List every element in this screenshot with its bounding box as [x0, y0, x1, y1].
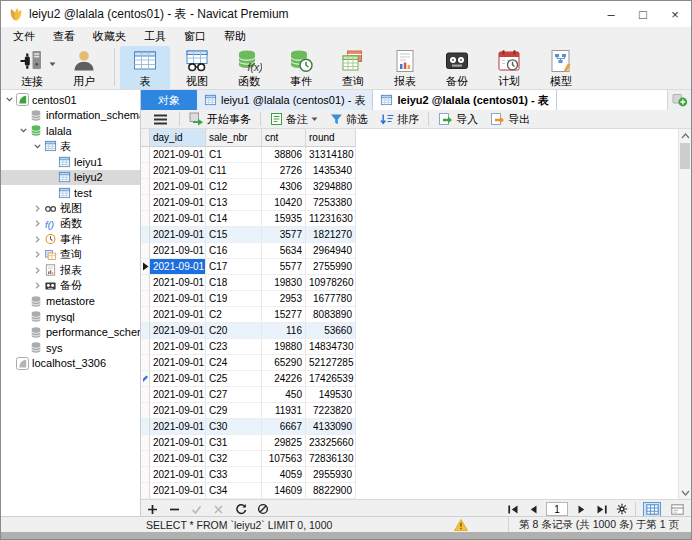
menu-file[interactable]: 文件	[4, 27, 44, 45]
cell-cnt[interactable]: 38806	[262, 147, 306, 163]
sort-button[interactable]: 排序	[374, 111, 425, 128]
cell-day_id[interactable]: 2021-09-01	[150, 291, 206, 307]
menu-favorites[interactable]: 收藏夹	[84, 27, 135, 45]
table-row[interactable]: 2021-09-01C3210756372836130	[141, 451, 691, 467]
cell-round[interactable]: 53660	[306, 323, 356, 339]
cell-day_id[interactable]: 2021-09-01	[150, 467, 206, 483]
table-row[interactable]: 2021-09-01C2152778083890	[141, 307, 691, 323]
tree-item-mysql[interactable]: mysql	[1, 309, 140, 325]
cell-round[interactable]: 149530	[306, 387, 356, 403]
scroll-up-button[interactable]	[679, 129, 691, 142]
cell-round[interactable]: 7253380	[306, 195, 356, 211]
column-header-day_id[interactable]: day_id	[150, 129, 206, 147]
cell-sale_nbr[interactable]: C13	[206, 195, 262, 211]
table-row[interactable]: 2021-09-01C29119317223820	[141, 403, 691, 419]
table-row[interactable]: 2021-09-01C246529052127285	[141, 355, 691, 371]
tree-item-lalala[interactable]: lalala	[1, 123, 140, 139]
cell-round[interactable]: 2955930	[306, 467, 356, 483]
cell-sale_nbr[interactable]: C20	[206, 323, 262, 339]
cell-cnt[interactable]: 15935	[262, 211, 306, 227]
import-button[interactable]: 导入	[432, 111, 484, 128]
tab-leiyu1-tab[interactable]: leiyu1 @lalala (centos01) - 表	[197, 90, 373, 110]
cell-cnt[interactable]: 3577	[262, 227, 306, 243]
cell-day_id[interactable]: 2021-09-01	[150, 259, 206, 275]
begin-transaction-button[interactable]: 开始事务	[183, 111, 257, 128]
chevron-down-icon[interactable]	[31, 142, 43, 151]
first-page-button[interactable]	[506, 503, 519, 516]
cell-sale_nbr[interactable]: C29	[206, 403, 262, 419]
cell-sale_nbr[interactable]: C23	[206, 339, 262, 355]
warning-icon[interactable]	[454, 519, 468, 531]
table-row[interactable]: 2021-09-01C3340592955930	[141, 467, 691, 483]
cell-sale_nbr[interactable]: C2	[206, 307, 262, 323]
cell-round[interactable]: 31314180	[306, 147, 356, 163]
menu-window[interactable]: 窗口	[175, 27, 215, 45]
cell-day_id[interactable]: 2021-09-01	[150, 179, 206, 195]
table-row[interactable]: 2021-09-01C1656342964940	[141, 243, 691, 259]
tree-item-test[interactable]: test	[1, 185, 140, 201]
cell-sale_nbr[interactable]: C27	[206, 387, 262, 403]
stop-button[interactable]	[256, 503, 269, 516]
cell-round[interactable]: 7223820	[306, 403, 356, 419]
cell-round[interactable]: 72836130	[306, 451, 356, 467]
cell-cnt[interactable]: 11931	[262, 403, 306, 419]
cell-round[interactable]: 1677780	[306, 291, 356, 307]
add-record-button[interactable]	[146, 503, 159, 516]
note-button[interactable]: 备注	[264, 111, 324, 128]
table-row[interactable]: 2021-09-01C252422617426539	[141, 371, 691, 387]
cell-round[interactable]: 2964940	[306, 243, 356, 259]
cell-sale_nbr[interactable]: C14	[206, 211, 262, 227]
table-row[interactable]: 2021-09-01C181983010978260	[141, 275, 691, 291]
cell-cnt[interactable]: 19830	[262, 275, 306, 291]
grid-menu-button[interactable]	[145, 111, 176, 128]
table-row[interactable]: 2021-09-01C2011653660	[141, 323, 691, 339]
minimize-button[interactable]: –	[595, 1, 627, 27]
tree-item-tables[interactable]: 表	[1, 139, 140, 155]
cell-cnt[interactable]: 10420	[262, 195, 306, 211]
cell-sale_nbr[interactable]: C16	[206, 243, 262, 259]
form-view-toggle[interactable]	[668, 502, 686, 517]
cell-cnt[interactable]: 24226	[262, 371, 306, 387]
cell-cnt[interactable]: 2726	[262, 163, 306, 179]
cell-cnt[interactable]: 5577	[262, 259, 306, 275]
table-row[interactable]: 2021-09-01C1243063294880	[141, 179, 691, 195]
cell-day_id[interactable]: 2021-09-01	[150, 387, 206, 403]
cell-sale_nbr[interactable]: C32	[206, 451, 262, 467]
cell-round[interactable]: 10978260	[306, 275, 356, 291]
table-row[interactable]: 2021-09-01C3066674133090	[141, 419, 691, 435]
column-header-sale_nbr[interactable]: sale_nbr	[206, 129, 262, 147]
cell-sale_nbr[interactable]: C31	[206, 435, 262, 451]
apply-changes-button[interactable]	[190, 503, 203, 516]
tree-item-views[interactable]: 视图	[1, 201, 140, 217]
cell-day_id[interactable]: 2021-09-01	[150, 211, 206, 227]
toolbar-view-button[interactable]: 视图	[172, 46, 222, 89]
tree-item-information-schema[interactable]: information_schema	[1, 108, 140, 124]
cell-round[interactable]: 3294880	[306, 179, 356, 195]
cell-day_id[interactable]: 2021-09-01	[150, 307, 206, 323]
cell-round[interactable]: 17426539	[306, 371, 356, 387]
chevron-right-icon[interactable]	[31, 219, 43, 228]
tree-item-queries[interactable]: 查询	[1, 247, 140, 263]
toolbar-backup-button[interactable]: 备份	[432, 46, 482, 89]
cell-cnt[interactable]: 6667	[262, 419, 306, 435]
tree-item-localhost-3306[interactable]: localhost_3306	[1, 356, 140, 372]
toolbar-model-button[interactable]: 模型	[536, 46, 586, 89]
cell-cnt[interactable]: 29825	[262, 435, 306, 451]
cell-day_id[interactable]: 2021-09-01	[150, 451, 206, 467]
toolbar-event-button[interactable]: 事件	[276, 46, 326, 89]
cell-cnt[interactable]: 4306	[262, 179, 306, 195]
tab-objects[interactable]: 对象	[141, 90, 197, 110]
cell-round[interactable]: 2755990	[306, 259, 356, 275]
tree-item-sys[interactable]: sys	[1, 340, 140, 356]
cell-day_id[interactable]: 2021-09-01	[150, 483, 206, 499]
cell-round[interactable]: 4133090	[306, 419, 356, 435]
cell-day_id[interactable]: 2021-09-01	[150, 435, 206, 451]
delete-record-button[interactable]	[168, 503, 181, 516]
cell-sale_nbr[interactable]: C24	[206, 355, 262, 371]
menu-view[interactable]: 查看	[44, 27, 84, 45]
column-header-cnt[interactable]: cnt	[262, 129, 306, 147]
previous-page-button[interactable]	[526, 503, 539, 516]
tree-item-backups[interactable]: 备份	[1, 278, 140, 294]
next-page-button[interactable]	[575, 503, 588, 516]
menu-help[interactable]: 帮助	[215, 27, 255, 45]
